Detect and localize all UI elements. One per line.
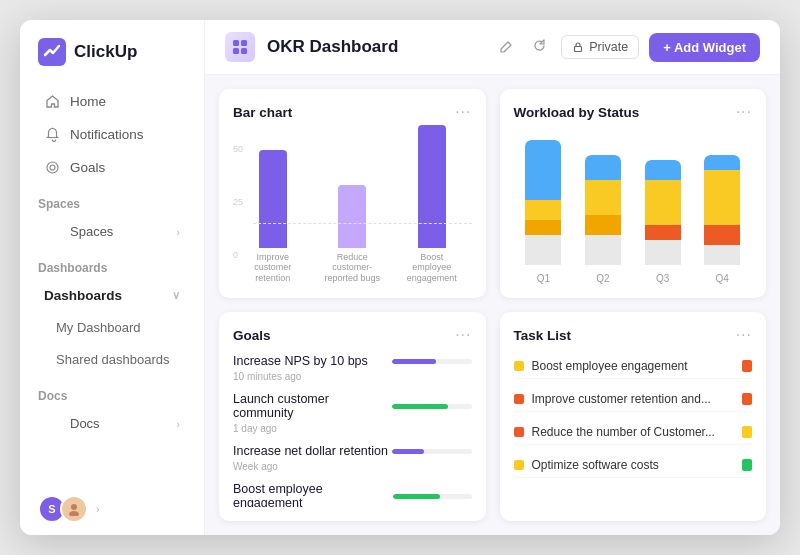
q3-seg1 <box>645 160 681 180</box>
svg-point-1 <box>47 162 58 173</box>
logo: ClickUp <box>20 20 204 80</box>
task-list-title: Task List <box>514 328 572 343</box>
sidebar-item-notifications-label: Notifications <box>70 127 144 142</box>
goal-progress-wrap-1 <box>392 359 472 364</box>
svg-rect-9 <box>575 47 582 52</box>
q2-seg2 <box>585 180 621 215</box>
bar-chart-yaxis: 50 25 0 <box>233 144 243 260</box>
shared-dashboards-label: Shared dashboards <box>56 352 169 367</box>
workload-menu[interactable]: ··· <box>736 103 752 121</box>
goal-progress-wrap-4 <box>393 494 472 499</box>
task-list-menu[interactable]: ··· <box>736 326 752 344</box>
workload-chart-widget: Workload by Status ··· <box>500 89 767 298</box>
task-name-1: Boost employee engagement <box>532 359 735 373</box>
task-list-widget: Task List ··· Boost employee engagement … <box>500 312 767 521</box>
q3-seg2 <box>645 180 681 225</box>
goal-item-4-top: Boost employee engagement <box>233 482 472 507</box>
sidebar-item-home[interactable]: Home <box>26 85 198 117</box>
goal-item-4: Boost employee engagement <box>233 482 472 507</box>
svg-point-4 <box>69 511 79 516</box>
goal-item-3-top: Increase net dollar retention <box>233 444 472 458</box>
private-label: Private <box>589 40 628 54</box>
bar-chart-widget: Bar chart ··· 50 25 0 Improve custome <box>219 89 486 298</box>
bar-label-2: Reduce customer-reported bugs <box>322 252 382 284</box>
bar-chart-header: Bar chart ··· <box>233 103 472 121</box>
bar-group-3: Boost employee engagement <box>402 125 462 284</box>
goal-progress-wrap-3 <box>392 449 472 454</box>
q1-seg3 <box>525 220 561 235</box>
bar-1 <box>259 150 287 248</box>
bar-chart-title: Bar chart <box>233 105 292 120</box>
goal-item-3: Increase net dollar retention Week ago <box>233 444 472 472</box>
sidebar-item-docs[interactable]: Docs › <box>26 408 198 439</box>
topbar-actions: Private + Add Widget <box>495 33 760 62</box>
goal-progress-bar-3 <box>392 449 424 454</box>
sidebar-item-shared-dashboards[interactable]: Shared dashboards <box>26 344 198 375</box>
goals-header: Goals ··· <box>233 326 472 344</box>
q4-seg1 <box>704 155 740 170</box>
goals-widget: Goals ··· Increase NPS by 10 bps 10 minu… <box>219 312 486 521</box>
sidebar-nav: Home Notifications Goals Spaces Spaces › <box>20 80 204 483</box>
docs-label: Docs <box>70 416 100 431</box>
svg-point-2 <box>50 165 55 170</box>
private-button[interactable]: Private <box>561 35 639 59</box>
stacked-bar-q1: Q1 <box>525 140 561 284</box>
sidebar-item-goals[interactable]: Goals <box>26 151 198 183</box>
sidebar-item-my-dashboard[interactable]: My Dashboard <box>26 312 198 343</box>
q1-seg1 <box>525 140 561 200</box>
sidebar-item-notifications[interactable]: Notifications <box>26 118 198 150</box>
avatar-chevron-icon: › <box>96 503 100 515</box>
task-item-2: Improve customer retention and... <box>514 387 753 412</box>
q3-label: Q3 <box>656 273 669 284</box>
bar-chart-menu[interactable]: ··· <box>455 103 471 121</box>
app-window: ClickUp Home Notifications Goals <box>20 20 780 535</box>
q4-seg2 <box>704 170 740 225</box>
goal-item-2: Launch customer community 1 day ago <box>233 392 472 434</box>
task-dot-4 <box>514 460 524 470</box>
goals-menu[interactable]: ··· <box>455 326 471 344</box>
y-label-0: 0 <box>233 250 243 260</box>
bar-3 <box>418 125 446 248</box>
task-name-2: Improve customer retention and... <box>532 392 735 406</box>
goals-title: Goals <box>233 328 271 343</box>
q4-seg4 <box>704 245 740 265</box>
task-flag-1 <box>742 360 752 372</box>
svg-rect-8 <box>241 48 247 54</box>
workload-header: Workload by Status ··· <box>514 103 753 121</box>
sidebar-item-dashboards[interactable]: Dashboards ∨ <box>26 280 198 311</box>
goal-name-3: Increase net dollar retention <box>233 444 388 458</box>
spaces-section-label: Spaces <box>20 187 204 215</box>
stacked-bar-q4: Q4 <box>704 155 740 284</box>
dashboards-section-label: Dashboards <box>20 251 204 279</box>
stacked-chart-inner: Q1 Q2 <box>514 144 753 284</box>
docs-chevron-icon: › <box>176 418 180 430</box>
sidebar-item-spaces[interactable]: Spaces › <box>26 216 198 247</box>
refresh-button[interactable] <box>528 34 551 60</box>
stacked-bar-q3-bar <box>645 160 681 265</box>
edit-button[interactable] <box>495 34 518 60</box>
sidebar-item-home-label: Home <box>70 94 106 109</box>
chevron-right-icon: › <box>176 226 180 238</box>
clickup-logo-icon <box>38 38 66 66</box>
goal-item-1-top: Increase NPS by 10 bps <box>233 354 472 368</box>
task-item-3: Reduce the number of Customer... <box>514 420 753 445</box>
goal-item-2-top: Launch customer community <box>233 392 472 420</box>
goals-list: Increase NPS by 10 bps 10 minutes ago La… <box>233 354 472 507</box>
svg-rect-5 <box>233 40 239 46</box>
y-label-50: 50 <box>233 144 243 154</box>
goal-name-4: Boost employee engagement <box>233 482 393 507</box>
workload-title: Workload by Status <box>514 105 640 120</box>
main-content: OKR Dashboard Private + Add Widget <box>205 20 780 535</box>
stacked-bar-q4-bar <box>704 155 740 265</box>
q3-seg3 <box>645 225 681 240</box>
chevron-down-icon: ∨ <box>172 289 180 302</box>
avatar-user <box>60 495 88 523</box>
bar-2 <box>338 185 366 248</box>
avatar-stack[interactable]: S <box>38 495 88 523</box>
y-label-25: 25 <box>233 197 243 207</box>
add-widget-button[interactable]: + Add Widget <box>649 33 760 62</box>
dashboard-grid: Bar chart ··· 50 25 0 Improve custome <box>205 75 780 535</box>
task-dot-3 <box>514 427 524 437</box>
goal-time-3: Week ago <box>233 461 472 472</box>
task-flag-4 <box>742 459 752 471</box>
